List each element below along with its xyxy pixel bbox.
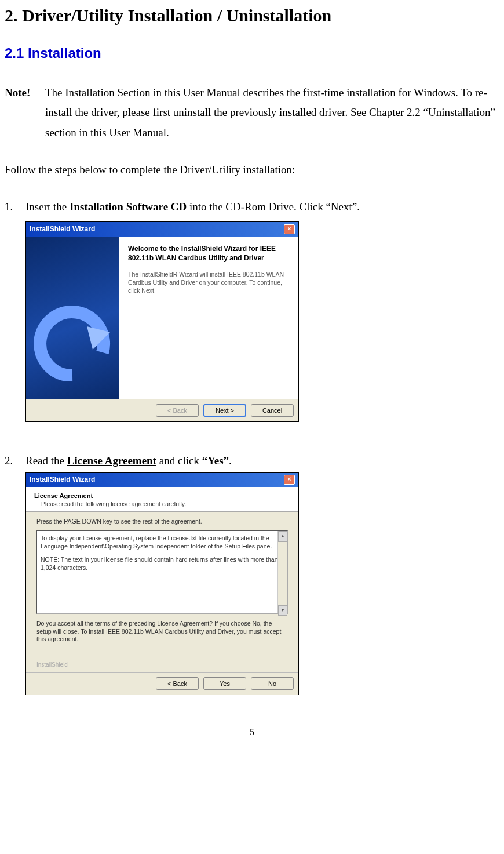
step-number: 2. — [5, 451, 25, 471]
wizard-sidebar-graphic — [26, 237, 119, 399]
note-label: Note! — [5, 83, 45, 143]
scroll-up-icon[interactable]: ▲ — [278, 531, 287, 542]
scroll-track[interactable] — [278, 542, 287, 605]
step1-part-b: Installation Software CD — [70, 201, 187, 213]
wizard-titlebar: InstallShield Wizard × — [26, 222, 298, 237]
wizard-titlebar: InstallShield Wizard × — [26, 473, 298, 487]
wizard-header: License Agreement Please read the follow… — [26, 487, 298, 512]
step2-part-d: “Yes” — [202, 455, 229, 467]
page-number: 5 — [5, 724, 499, 741]
wizard-footer: < Back Yes No — [26, 672, 298, 695]
follow-text: Follow the steps below to complete the D… — [5, 160, 499, 180]
yes-button[interactable]: Yes — [203, 677, 246, 690]
wizard-header-title: License Agreement — [34, 492, 290, 500]
step1-part-c: into the CD-Rom Drive. Click “Next”. — [187, 201, 360, 213]
installshield-wizard-welcome: InstallShield Wizard × Welcome to the In… — [25, 221, 299, 422]
wizard-title-text: InstallShield Wizard — [30, 475, 95, 485]
installshield-wizard-license: InstallShield Wizard × License Agreement… — [25, 472, 299, 695]
note-block: Note! The Installation Section in this U… — [5, 83, 499, 143]
license-paragraph-1: To display your license agreement, repla… — [41, 535, 284, 550]
license-paragraph-2: NOTE: The text in your license file shou… — [41, 556, 284, 572]
back-button: < Back — [156, 404, 199, 417]
no-button[interactable]: No — [251, 677, 294, 690]
step1-part-a: Insert the — [25, 201, 70, 213]
step-2: 2. Read the License Agreement and click … — [5, 451, 499, 471]
note-body: The Installation Section in this User Ma… — [45, 83, 499, 143]
pagedown-instruction: Press the PAGE DOWN key to see the rest … — [36, 518, 288, 526]
wizard-title-text: InstallShield Wizard — [30, 225, 95, 234]
next-button[interactable]: Next > — [203, 404, 246, 417]
scrollbar[interactable]: ▲ ▼ — [277, 531, 287, 613]
close-icon[interactable]: × — [284, 224, 295, 234]
step-number: 1. — [5, 197, 25, 217]
step2-part-b: License Agreement — [67, 455, 156, 467]
accept-question: Do you accept all the terms of the prece… — [36, 620, 288, 644]
step-text: Read the License Agreement and click “Ye… — [25, 451, 499, 471]
step2-part-a: Read the — [25, 455, 67, 467]
wizard-heading: Welcome to the InstallShield Wizard for … — [128, 245, 289, 263]
wizard-description: The InstallShieldR Wizard will install I… — [128, 271, 289, 295]
close-icon[interactable]: × — [284, 475, 295, 485]
step2-part-c: and click — [156, 455, 202, 467]
section-title: 2.1 Installation — [5, 41, 499, 66]
wizard-footer: < Back Next > Cancel — [26, 399, 298, 421]
back-button[interactable]: < Back — [156, 677, 199, 690]
scroll-down-icon[interactable]: ▼ — [278, 605, 287, 616]
arrow-swirl-icon — [32, 300, 113, 381]
step2-part-e: . — [229, 455, 232, 467]
license-textarea[interactable]: To display your license agreement, repla… — [36, 530, 288, 614]
step-1: 1. Insert the Installation Software CD i… — [5, 197, 499, 217]
step-text: Insert the Installation Software CD into… — [25, 197, 499, 217]
chapter-title: 2. Driver/Utility Installation / Uninsta… — [5, 0, 499, 31]
wizard-header-subtitle: Please read the following license agreem… — [34, 500, 290, 508]
brand-label: InstallShield — [36, 661, 288, 668]
cancel-button[interactable]: Cancel — [251, 404, 294, 417]
